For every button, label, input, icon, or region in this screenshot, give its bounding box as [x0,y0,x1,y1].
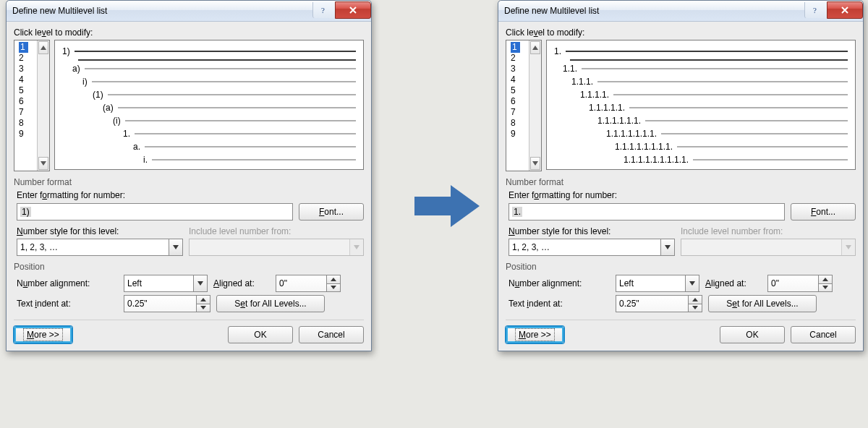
number-alignment-label: Number alignment: [509,278,610,288]
preview-line: 1) [62,46,356,56]
text-indent-input[interactable]: 0.25" [616,295,702,312]
level-item[interactable]: 1 [511,42,520,53]
preview-line-bar [152,159,356,160]
font-button[interactable]: Font... [791,203,856,221]
level-item[interactable]: 5 [19,85,33,96]
format-input-value: 1) [20,207,31,217]
include-level-combo [189,239,364,256]
preview-line: i. [62,155,356,165]
number-style-label: Number style for this level: [17,226,183,236]
level-list[interactable]: 123456789 [14,40,50,171]
level-item[interactable]: 1 [19,42,28,53]
scroll-up-icon[interactable] [530,41,540,54]
preview-line: 1.1. [554,64,848,74]
preview-line: 1.1.1.1.1.1. [554,116,848,126]
preview-line-label: 1.1. [563,64,577,74]
titlebar[interactable]: Define new Multilevel list ? [498,1,863,22]
aligned-at-label: Aligned at: [705,278,762,288]
chevron-down-icon[interactable] [169,239,182,255]
level-item[interactable]: 7 [511,107,524,118]
level-item[interactable]: 2 [19,53,33,64]
level-item[interactable]: 9 [511,129,524,140]
preview-line [554,59,848,61]
include-level-label: Include level number from: [189,226,364,236]
close-button[interactable] [827,1,863,19]
close-button[interactable] [335,1,371,19]
chevron-down-icon[interactable] [193,275,207,291]
preview-line-bar [613,94,848,95]
preview-line-label: 1.1.1.1. [580,90,609,100]
text-indent-input[interactable]: 0.25" [124,295,210,312]
level-list-scrollbar[interactable] [37,40,49,171]
format-input[interactable]: 1. [509,203,785,221]
cancel-button[interactable]: Cancel [791,326,856,343]
ok-button[interactable]: OK [228,326,293,343]
font-button[interactable]: Font... [299,203,364,221]
include-level-combo [681,239,856,256]
preview-line-label: (i) [113,116,121,126]
preview-line-bar [693,159,848,160]
level-list-scrollbar[interactable] [529,40,541,171]
aligned-at-input[interactable]: 0" [276,275,341,292]
preview-line-label: 1.1.1. [571,77,593,87]
more-button[interactable]: More >> [506,326,564,343]
number-style-combo[interactable]: 1, 2, 3, … [17,239,183,256]
scroll-up-icon[interactable] [38,41,48,54]
preview-line-label: i) [82,77,88,87]
preview-line-bar [629,107,848,108]
number-alignment-combo[interactable]: Left [124,275,208,292]
preview-line: a. [62,142,356,152]
text-indent-value: 0.25" [619,299,639,309]
preview-line: (a) [62,103,356,113]
number-alignment-combo[interactable]: Left [616,275,699,292]
level-item[interactable]: 9 [19,129,33,140]
level-item[interactable]: 7 [19,107,33,118]
cancel-button[interactable]: Cancel [299,326,364,343]
number-style-value: 1, 2, 3, … [20,242,58,252]
level-item[interactable]: 6 [511,96,524,107]
aligned-at-input[interactable]: 0" [767,275,833,292]
format-input[interactable]: 1) [17,203,293,221]
level-item[interactable]: 3 [19,64,33,74]
spinner-icon[interactable] [196,296,210,312]
number-style-combo[interactable]: 1, 2, 3, … [509,239,675,256]
help-button[interactable]: ? [312,2,335,18]
scroll-down-icon[interactable] [530,157,540,170]
preview-line-bar [92,81,356,82]
level-item[interactable]: 5 [511,85,524,96]
level-item[interactable]: 4 [19,74,33,85]
aligned-at-value: 0" [279,278,287,288]
set-all-levels-button[interactable]: Set for All Levels... [708,295,817,312]
chevron-down-icon[interactable] [685,275,699,291]
preview-line-bar [645,120,848,121]
more-button[interactable]: More >> [14,326,72,343]
titlebar[interactable]: Define new Multilevel list ? [7,1,371,22]
preview-line-bar [570,59,848,61]
preview-line-bar [75,51,356,52]
level-item[interactable]: 2 [511,53,524,64]
dialog-left: Define new Multilevel list ? Click level… [6,0,372,351]
set-all-levels-button[interactable]: Set for All Levels... [216,295,325,312]
level-list[interactable]: 123456789 [506,40,542,171]
spinner-icon[interactable] [688,296,702,312]
preview-line: (1) [62,90,356,100]
spinner-icon[interactable] [326,275,340,291]
preview-line-bar [118,107,356,108]
level-item[interactable]: 6 [19,96,33,107]
number-style-value: 1, 2, 3, … [512,242,550,252]
include-level-label: Include level number from: [681,226,856,236]
level-item[interactable]: 8 [19,118,33,129]
preview-line: 1.1.1.1.1.1.1.1.1. [554,155,848,165]
ok-button[interactable]: OK [720,326,785,343]
level-item[interactable]: 4 [511,74,524,85]
help-button[interactable]: ? [804,2,827,18]
preview-line: 1.1.1. [554,77,848,87]
level-item[interactable]: 3 [511,64,524,74]
chevron-down-icon[interactable] [660,239,674,255]
spinner-icon[interactable] [818,275,832,291]
scroll-down-icon[interactable] [38,157,48,170]
click-level-label: Click level to modify: [506,27,856,38]
preview-line-bar [582,68,848,69]
preview-line-label: 1.1.1.1.1.1.1.1.1. [624,155,689,165]
level-item[interactable]: 8 [511,118,524,129]
